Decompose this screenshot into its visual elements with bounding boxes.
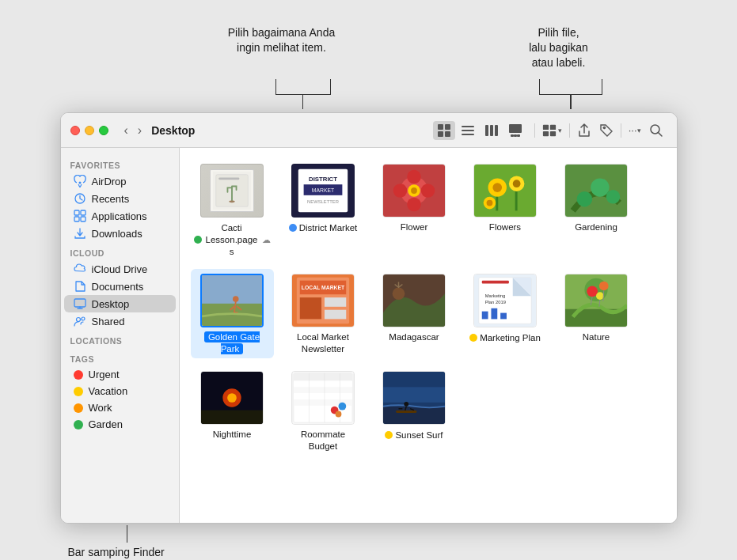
- file-name-madagascar: Madagascar: [389, 331, 439, 343]
- sidebar-item-garden[interactable]: Garden: [64, 416, 176, 433]
- file-item-local-market[interactable]: LOCAL MARKET Local MarketNewsletter: [282, 269, 365, 358]
- bracket-left: [275, 79, 331, 95]
- svg-rect-79: [482, 311, 488, 319]
- file-item-sunset-surf[interactable]: Sunset Surf: [373, 366, 456, 456]
- toolbar-divider-2: [569, 123, 570, 138]
- garden-dot: [74, 420, 83, 429]
- downloads-icon: [74, 227, 86, 240]
- sidebar-item-shared[interactable]: Shared: [64, 312, 176, 330]
- more-button[interactable]: ···▾: [625, 122, 645, 138]
- svg-text:Marketing: Marketing: [485, 293, 506, 298]
- sidebar-item-desktop[interactable]: Desktop: [64, 295, 176, 312]
- svg-rect-56: [515, 191, 518, 210]
- sidebar-item-recents[interactable]: Recents: [64, 190, 176, 207]
- bottom-ann-text: Bar samping Finder: [68, 546, 165, 558]
- svg-rect-8: [490, 125, 493, 136]
- svg-point-52: [513, 180, 521, 187]
- marketing-label-dot: [469, 334, 477, 342]
- minimize-button[interactable]: [85, 126, 94, 135]
- maximize-button[interactable]: [99, 126, 108, 135]
- file-item-nature[interactable]: Nature: [555, 269, 638, 358]
- sidebar-item-label: Vacation: [89, 385, 128, 397]
- svg-text:NEWSLETTER: NEWSLETTER: [307, 199, 339, 204]
- columns-icon: [484, 123, 499, 138]
- golden-gate-selected-label: Golden Gate Park: [204, 331, 260, 354]
- svg-rect-96: [294, 387, 352, 393]
- svg-point-47: [411, 187, 417, 194]
- svg-point-85: [587, 286, 598, 297]
- svg-point-44: [393, 184, 408, 198]
- svg-rect-71: [325, 310, 346, 320]
- svg-rect-26: [81, 217, 85, 221]
- sidebar-item-urgent[interactable]: Urgent: [64, 366, 176, 383]
- svg-rect-14: [543, 124, 549, 129]
- file-item-cacti[interactable]: CactiLesson.pages ☁: [191, 159, 274, 261]
- titlebar: ‹ › Desktop: [61, 113, 677, 148]
- share-button[interactable]: [573, 121, 595, 140]
- sidebar-item-vacation[interactable]: Vacation: [64, 383, 176, 399]
- svg-rect-3: [445, 131, 450, 137]
- file-item-flowers[interactable]: Flowers: [464, 159, 547, 261]
- svg-point-109: [404, 402, 408, 407]
- file-item-golden-gate-park[interactable]: Golden Gate Park: [191, 269, 274, 358]
- tag-button[interactable]: [595, 121, 617, 140]
- sidebar-item-label: Urgent: [89, 369, 120, 380]
- file-item-madagascar[interactable]: Madagascar: [373, 269, 456, 358]
- annotation-right: Pilih file, lalu bagikan atau labeli.: [503, 25, 614, 70]
- svg-point-45: [421, 184, 435, 198]
- forward-button[interactable]: ›: [135, 123, 145, 138]
- share-icon: [577, 123, 591, 138]
- file-thumb-flowers: [473, 164, 537, 218]
- file-item-marketing-plan[interactable]: Marketing Plan 2019 Marketing Plan: [464, 269, 547, 358]
- svg-point-86: [599, 281, 609, 290]
- sidebar-item-downloads[interactable]: Downloads: [64, 225, 176, 242]
- sidebar-item-label: Applications: [92, 210, 147, 222]
- svg-rect-97: [294, 393, 352, 399]
- view-icon-button[interactable]: [433, 121, 455, 140]
- file-thumb-roommate-budget: [291, 371, 355, 425]
- svg-rect-25: [74, 217, 79, 221]
- svg-point-59: [591, 178, 609, 196]
- cloud-icon: [74, 263, 86, 275]
- view-column-button[interactable]: [481, 121, 503, 140]
- desktop-icon: [74, 297, 86, 310]
- file-thumb-flower: [382, 164, 446, 218]
- view-gallery-button[interactable]: [504, 121, 526, 140]
- sidebar-item-applications[interactable]: Applications: [64, 207, 176, 225]
- svg-point-50: [492, 183, 502, 192]
- svg-text:MARKET: MARKET: [312, 187, 334, 193]
- sidebar-item-work[interactable]: Work: [64, 399, 176, 416]
- svg-rect-11: [511, 134, 514, 137]
- svg-point-42: [407, 170, 421, 184]
- back-button[interactable]: ‹: [121, 123, 131, 138]
- annotations-top: Pilih bagaimana Anda ingin melihat item.…: [60, 25, 678, 112]
- svg-rect-108: [383, 406, 445, 423]
- file-item-gardening[interactable]: Gardening: [555, 159, 638, 261]
- file-item-nighttime[interactable]: Nighttime: [191, 366, 274, 456]
- sunset-label-dot: [385, 431, 393, 439]
- svg-rect-5: [462, 130, 474, 131]
- tag-icon: [599, 123, 614, 138]
- clock-icon: [74, 192, 86, 205]
- close-button[interactable]: [70, 126, 80, 135]
- sidebar-item-airdrop[interactable]: AirDrop: [64, 172, 176, 190]
- svg-rect-33: [218, 177, 239, 180]
- file-item-district-market[interactable]: DISTRICT MARKET NEWSLETTER District Mark…: [282, 159, 365, 261]
- svg-rect-13: [517, 134, 520, 137]
- file-name-golden-gate-park: Golden Gate Park: [194, 331, 271, 355]
- file-thumb-sunset-surf: [382, 371, 446, 425]
- svg-rect-0: [438, 124, 443, 130]
- svg-text:DISTRICT: DISTRICT: [309, 176, 337, 183]
- nav-buttons: ‹ ›: [121, 123, 146, 138]
- file-item-flower[interactable]: Flower: [373, 159, 456, 261]
- file-thumb-madagascar: [382, 274, 446, 327]
- svg-point-91: [227, 393, 237, 403]
- view-list-button[interactable]: [457, 121, 479, 140]
- sidebar-item-documents[interactable]: Documents: [64, 278, 176, 295]
- sidebar-item-label: Recents: [92, 193, 130, 205]
- file-item-roommate-budget[interactable]: RoommateBudget: [282, 366, 365, 456]
- grid-icon: [437, 123, 451, 138]
- search-button[interactable]: [645, 121, 667, 140]
- group-button[interactable]: ▾: [538, 121, 566, 140]
- sidebar-item-icloud-drive[interactable]: iCloud Drive: [64, 260, 176, 278]
